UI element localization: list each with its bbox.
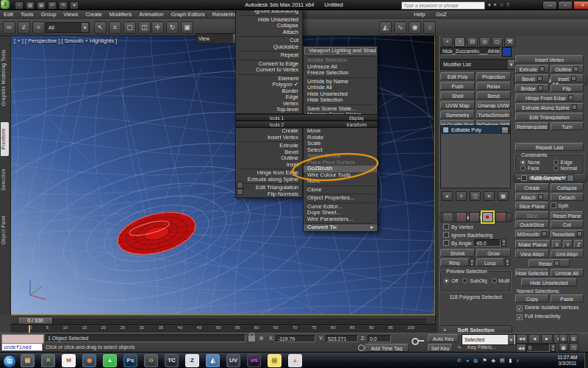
quad-menu-item[interactable]: Freeze Selection xyxy=(304,70,377,77)
quad-menu-item[interactable]: Place Pivot Surface xyxy=(304,160,377,166)
set-key-button[interactable]: Set Key xyxy=(428,344,453,352)
quad-menu-item[interactable]: Rotate xyxy=(304,135,377,141)
zbrush-icon[interactable]: Z xyxy=(185,354,199,367)
quad-menu-item[interactable]: Repeat xyxy=(236,52,302,59)
quad-menu-item[interactable]: Hide Unselected xyxy=(236,17,302,24)
y-coord-field[interactable]: 523.271 xyxy=(326,335,358,342)
edit-geometry-button[interactable]: Detach xyxy=(551,193,584,201)
rect-selection-region-icon[interactable]: ▢ xyxy=(123,21,136,34)
clipboard-tray-icon[interactable]: ▤ xyxy=(500,357,505,364)
selection-lock-icon[interactable] xyxy=(248,336,255,342)
quad-menu-item[interactable]: Vertex xyxy=(236,101,302,107)
curve-editor-icon[interactable]: ∿ xyxy=(394,21,406,34)
search-input[interactable] xyxy=(402,2,487,9)
quad-menu-item[interactable]: Object Properties... xyxy=(304,195,377,202)
action-center-tray-icon[interactable]: ⚑ xyxy=(482,357,487,364)
menu-item-goz[interactable]: GoZ xyxy=(432,10,451,19)
select-and-move-icon[interactable]: ✛ xyxy=(151,21,164,34)
3dsmax-icon[interactable]: G xyxy=(144,354,158,367)
quad-menu-item[interactable]: Scale xyxy=(304,141,377,147)
insert-vertex-button[interactable]: Insert Vertex xyxy=(515,55,584,63)
gmail-icon[interactable]: M xyxy=(62,354,76,367)
show-desktop-button[interactable] xyxy=(584,353,588,368)
utilities-tab[interactable]: ⚒ xyxy=(504,37,515,47)
loop-button[interactable]: Loop xyxy=(476,258,505,266)
help-icon[interactable]: ? xyxy=(506,1,509,8)
border-subobject-icon[interactable]: ▱ xyxy=(469,212,480,222)
tab-selection[interactable]: Selection xyxy=(1,165,9,194)
green-app-icon[interactable]: ▲ xyxy=(103,354,117,367)
photoshop-icon[interactable]: Ps xyxy=(123,354,137,367)
quad-menu-item[interactable]: Hinge from Edge xyxy=(236,170,302,177)
reference-coordinate-dropdown[interactable]: View xyxy=(196,33,241,44)
cut-tool-icon[interactable]: ✕ xyxy=(41,354,55,367)
hide-selected-button[interactable]: Hide Selected xyxy=(515,269,549,277)
quad-menu-item[interactable]: Extrude along Spline xyxy=(236,177,302,183)
quad-menu-item[interactable]: Hide Selection xyxy=(304,97,377,104)
by-vertex-checkbox[interactable]: By Vertex xyxy=(443,224,473,230)
explorer-icon[interactable]: ▤ xyxy=(21,354,35,367)
menu-item[interactable]: Edit xyxy=(0,10,17,19)
media-player-icon[interactable]: ▲ xyxy=(288,354,302,367)
constraint-radio[interactable]: Face xyxy=(520,166,551,171)
z-coord-field[interactable]: 0.0 xyxy=(368,335,391,342)
quad-menu-item[interactable]: Create xyxy=(236,128,302,135)
unhide-all-button[interactable]: Unhide All xyxy=(551,269,584,277)
motion-tab[interactable]: ◎ xyxy=(479,37,490,47)
quad-menu-item[interactable]: Flip Normals xyxy=(236,191,302,198)
modifier-preset-button[interactable]: UVW Map xyxy=(440,101,475,109)
quad-header-1[interactable]: tools 1 display xyxy=(235,114,378,121)
preserve-uvs-checkbox[interactable]: Preserve UVs xyxy=(521,175,561,181)
quad-menu-item[interactable]: Bevel xyxy=(236,149,302,156)
edit-geometry-button[interactable]: Create xyxy=(515,183,549,191)
start-button[interactable]: ⊞ xyxy=(3,355,16,368)
preview-option-radio[interactable]: Multi xyxy=(492,278,510,283)
edit-geometry-button[interactable]: QuickSlice xyxy=(515,220,549,228)
make-unique-icon[interactable]: ◫ xyxy=(470,191,481,201)
remove-modifier-icon[interactable]: ✕ xyxy=(484,191,495,201)
quad-menu-item[interactable]: Save Scene State... xyxy=(304,106,377,113)
quad-menu-item[interactable]: Viewport Lighting and Shadows xyxy=(304,47,376,54)
volume-tray-icon[interactable]: ♪ xyxy=(516,357,519,364)
make-planar-button[interactable]: Make Planar xyxy=(515,240,551,248)
quad-menu-item[interactable]: Polygon xyxy=(236,82,302,88)
menu-item[interactable]: Graph Editors xyxy=(168,10,209,19)
quad-menu-item[interactable]: Hide Unselected xyxy=(304,91,377,98)
zoom-extents-icon[interactable]: ▣ xyxy=(559,343,568,351)
quad-menu-item[interactable]: Unhide by Name xyxy=(304,79,377,85)
edit-geometry-button[interactable]: Slice Plane xyxy=(515,202,549,210)
quad-menu-item[interactable]: Dope Sheet... xyxy=(304,210,377,216)
communication-center-icon[interactable]: ✶ xyxy=(493,1,498,8)
quad-menu-item[interactable]: Convert to Edge xyxy=(236,61,302,68)
favorites-icon[interactable]: ☆ xyxy=(499,1,503,8)
edit-geometry-button[interactable]: Cut xyxy=(551,220,584,228)
grid-align-button[interactable]: Grid Align xyxy=(551,250,584,258)
mirror-icon[interactable]: ◭ xyxy=(379,21,392,34)
turn-button[interactable]: Turn xyxy=(551,122,584,130)
pin-stack-icon[interactable]: ∗ xyxy=(442,191,453,201)
quad-menu-item[interactable]: GoZBrush xyxy=(304,166,377,172)
x-coord-field[interactable]: -119.79 xyxy=(276,335,315,342)
firefox-icon[interactable]: ◉ xyxy=(82,354,96,367)
maximize-button[interactable]: ▫ xyxy=(558,1,573,10)
quad-menu-item[interactable]: Wire Parameters... xyxy=(304,216,377,223)
quad-menu-item[interactable]: Attach xyxy=(236,29,302,36)
edit-geometry-checkbox[interactable]: Full Interactivity xyxy=(517,314,579,320)
play-icon[interactable]: ▶ xyxy=(541,334,553,344)
track-bar[interactable]: 0510152025303540455055606570758085909510… xyxy=(10,324,435,333)
modifier-preset-button[interactable]: Edit Poly xyxy=(440,72,475,80)
make-planar-y-button[interactable]: Y xyxy=(563,240,573,248)
window-crossing-icon[interactable]: ◫ xyxy=(138,21,151,34)
modifier-preset-button[interactable]: Relax xyxy=(476,82,511,90)
ignore-backfacing-checkbox[interactable]: Ignore Backfacing xyxy=(443,232,492,238)
copy-button[interactable]: Copy xyxy=(515,294,549,302)
network-tray-icon[interactable]: ▮ xyxy=(509,357,512,364)
edit-geometry-checkbox[interactable]: Delete Isolated Vertices xyxy=(517,305,579,311)
quad-menu-item[interactable]: Move xyxy=(304,128,377,135)
vertex-subobject-icon[interactable]: ∴ xyxy=(442,212,453,222)
frame-spinner[interactable]: ▲▼ xyxy=(551,344,556,352)
search-history-icon[interactable]: ▾ xyxy=(488,1,491,8)
menu-item[interactable]: Modifiers xyxy=(106,10,135,19)
key-mode-dropdown[interactable]: Selected xyxy=(462,334,516,345)
edit-polygons-button[interactable]: Outline xyxy=(551,65,584,73)
